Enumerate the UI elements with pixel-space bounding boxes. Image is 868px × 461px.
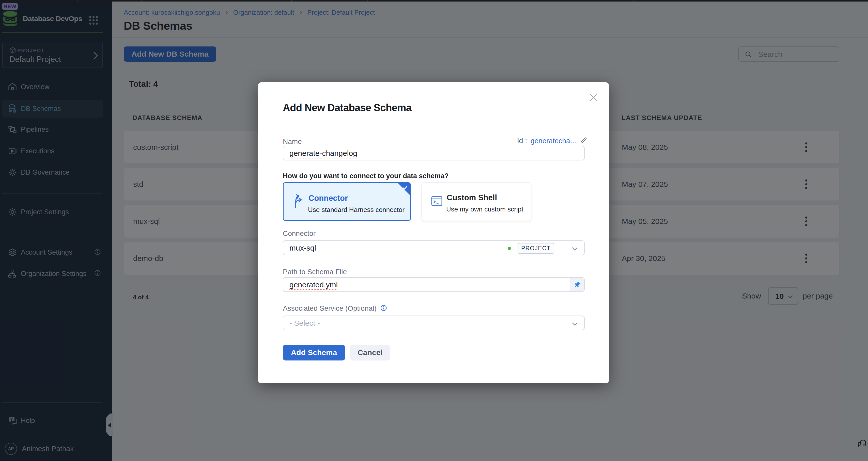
connector-label: Connector bbox=[283, 229, 316, 238]
connector-select[interactable]: mux-sql PROJECT bbox=[283, 240, 585, 255]
entity-id-row: Id : generatecha... bbox=[517, 136, 588, 145]
info-icon[interactable] bbox=[380, 304, 387, 312]
add-schema-dialog: Add New Database Schema Name Id : genera… bbox=[258, 82, 609, 383]
option-title: Connector bbox=[308, 194, 348, 203]
option-desc: Use standard Harness connector bbox=[308, 206, 405, 214]
associated-service-row: Associated Service (Optional) bbox=[283, 304, 387, 312]
path-input[interactable]: generated.yml bbox=[283, 277, 585, 292]
dialog-title: Add New Database Schema bbox=[283, 102, 411, 113]
service-placeholder: - Select - bbox=[289, 319, 320, 327]
close-icon[interactable] bbox=[588, 92, 598, 103]
status-dot bbox=[508, 247, 511, 250]
path-input-value: generated.yml bbox=[289, 281, 338, 289]
terminal-icon bbox=[431, 196, 443, 207]
associated-service-label: Associated Service (Optional) bbox=[283, 304, 377, 312]
name-label: Name bbox=[283, 138, 302, 146]
name-input[interactable]: generate-changelog bbox=[283, 146, 585, 160]
path-label: Path to Schema File bbox=[283, 268, 347, 276]
cancel-button[interactable]: Cancel bbox=[350, 345, 390, 360]
add-schema-button[interactable]: Add Schema bbox=[283, 345, 345, 360]
option-desc: Use my own custom script bbox=[446, 205, 523, 213]
chevron-down-icon bbox=[571, 320, 579, 329]
id-value[interactable]: generatecha... bbox=[531, 137, 576, 145]
scope-badge: PROJECT bbox=[518, 243, 554, 254]
associated-service-select[interactable]: - Select - bbox=[283, 316, 585, 330]
id-prefix: Id : bbox=[517, 137, 527, 145]
connector-branch-icon bbox=[293, 193, 304, 210]
option-card-connector[interactable]: Connector Use standard Harness connector bbox=[283, 182, 411, 221]
check-icon bbox=[402, 184, 408, 192]
connector-value: mux-sql bbox=[289, 244, 316, 252]
edit-pencil-icon[interactable] bbox=[580, 136, 588, 145]
name-input-value: generate-changelog bbox=[289, 149, 357, 158]
chevron-down-icon bbox=[571, 245, 579, 254]
connect-question: How do you want to connect to your data … bbox=[283, 172, 449, 180]
option-card-custom-shell[interactable]: Custom Shell Use my own custom script bbox=[422, 182, 531, 221]
option-title: Custom Shell bbox=[447, 193, 497, 202]
pin-button[interactable] bbox=[570, 278, 584, 291]
